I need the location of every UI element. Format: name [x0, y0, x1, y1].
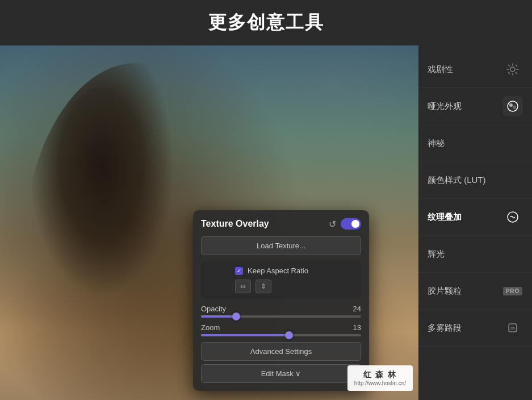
watermark-url: http://www.hoslin.cn/ — [354, 380, 406, 386]
svg-point-9 — [508, 101, 518, 111]
header: 更多创意工具 — [0, 0, 532, 45]
sidebar-label-mystery: 神秘 — [428, 138, 502, 149]
keep-aspect-checkbox[interactable] — [235, 267, 243, 275]
sidebar-item-grain[interactable]: 胶片颗粒 PRO — [418, 273, 532, 310]
svg-rect-13 — [509, 324, 517, 332]
sidebar: 戏剧性 哑光外观 — [418, 45, 532, 400]
dramatic-icon — [502, 59, 523, 80]
sidebar-item-lut[interactable]: 颜色样式 (LUT) — [418, 162, 532, 199]
sidebar-label-foggy: 多雾路段 — [428, 323, 502, 334]
opacity-slider-row: Opacity 24 — [201, 305, 361, 318]
opacity-thumb[interactable] — [232, 312, 240, 320]
keep-aspect-label: Keep Aspect Ratio — [248, 266, 308, 275]
panel-header: Texture Overlay ↺ — [201, 218, 361, 230]
texture-preview-area: Keep Aspect Ratio ⇔ ⇕ — [201, 261, 361, 299]
mystery-icon — [502, 133, 523, 153]
zoom-value: 13 — [353, 323, 361, 332]
grain-pro-badge: PRO — [502, 281, 523, 301]
flip-v-button[interactable]: ⇕ — [255, 280, 271, 293]
photo-area: Texture Overlay ↺ Load Texture... Keep A… — [0, 45, 418, 400]
panel-title: Texture Overlay — [201, 219, 269, 229]
opacity-fill — [201, 315, 236, 318]
svg-point-0 — [510, 67, 515, 72]
pro-label: PRO — [503, 287, 523, 295]
watermark: 红 森 林 http://www.hoslin.cn/ — [347, 365, 413, 391]
sidebar-item-foggy[interactable]: 多雾路段 — [418, 310, 532, 347]
page-title: 更多创意工具 — [208, 12, 324, 32]
zoom-label-row: Zoom 13 — [201, 323, 361, 332]
opacity-label-row: Opacity 24 — [201, 305, 361, 313]
sidebar-label-texture: 纹理叠加 — [428, 212, 502, 223]
svg-line-8 — [509, 73, 510, 74]
zoom-fill — [201, 334, 289, 336]
watermark-title: 红 森 林 — [354, 370, 406, 380]
zoom-slider[interactable] — [201, 334, 361, 336]
lut-icon — [502, 170, 523, 190]
keep-aspect-row: Keep Aspect Ratio — [207, 266, 355, 275]
edit-mask-button[interactable]: Edit Mask ∨ — [201, 364, 361, 383]
opacity-slider[interactable] — [201, 315, 361, 318]
svg-point-10 — [509, 103, 513, 107]
sidebar-item-mystery[interactable]: 神秘 — [418, 125, 532, 162]
matte-icon — [502, 96, 523, 116]
transform-controls: ⇔ ⇕ — [207, 280, 355, 293]
svg-line-7 — [516, 65, 517, 66]
main-area: Texture Overlay ↺ Load Texture... Keep A… — [0, 45, 532, 400]
sidebar-label-glow: 辉光 — [428, 249, 502, 260]
panel-controls: ↺ — [329, 218, 361, 230]
sidebar-item-glow[interactable]: 辉光 — [418, 236, 532, 273]
sidebar-label-grain: 胶片颗粒 — [428, 286, 502, 297]
opacity-label: Opacity — [201, 305, 226, 313]
flip-h-button[interactable]: ⇔ — [235, 280, 251, 293]
svg-line-6 — [516, 73, 517, 74]
advanced-settings-button[interactable]: Advanced Settings — [201, 342, 361, 361]
sidebar-item-dramatic[interactable]: 戏剧性 — [418, 51, 532, 88]
svg-point-11 — [513, 106, 516, 109]
enable-toggle[interactable] — [341, 218, 361, 230]
undo-button[interactable]: ↺ — [329, 219, 336, 230]
opacity-value: 24 — [353, 305, 361, 313]
sidebar-label-lut: 颜色样式 (LUT) — [428, 175, 502, 186]
load-texture-button[interactable]: Load Texture... — [201, 236, 361, 255]
sidebar-label-matte: 哑光外观 — [428, 101, 502, 112]
glow-icon — [502, 244, 523, 264]
zoom-thumb[interactable] — [285, 331, 293, 339]
texture-overlay-panel: Texture Overlay ↺ Load Texture... Keep A… — [193, 210, 369, 391]
sidebar-label-dramatic: 戏剧性 — [428, 64, 502, 75]
foggy-icon — [502, 318, 523, 338]
zoom-label: Zoom — [201, 323, 220, 332]
texture-icon — [502, 207, 523, 227]
sidebar-item-texture[interactable]: 纹理叠加 — [418, 199, 532, 236]
sidebar-item-matte[interactable]: 哑光外观 — [418, 88, 532, 125]
zoom-slider-row: Zoom 13 — [201, 323, 361, 336]
svg-line-5 — [509, 65, 510, 66]
